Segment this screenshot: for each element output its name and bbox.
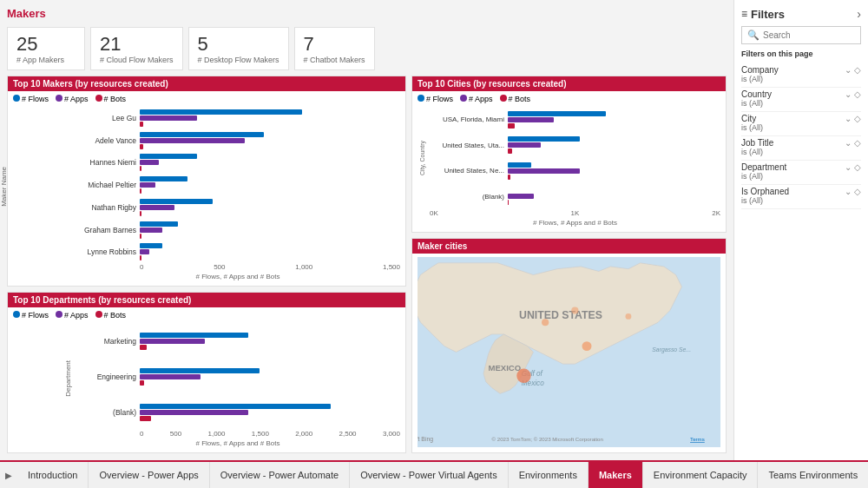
kpi-app-makers: 25 # App Makers: [7, 27, 85, 70]
table-row: Lee Gu: [76, 109, 400, 127]
svg-text:UNITED STATES: UNITED STATES: [519, 309, 602, 321]
kpi-flow-makers-label: # Cloud Flow Makers: [100, 56, 174, 64]
svg-text:MEXICO: MEXICO: [488, 363, 521, 373]
kpi-desktop-makers-value: 5: [198, 33, 279, 56]
nav-prev-arrow[interactable]: ▶: [0, 461, 17, 488]
filter-icon: ≡: [741, 8, 747, 20]
kpi-desktop-makers-label: # Desktop Flow Makers: [198, 56, 279, 64]
bottom-nav: ▶ IntroductionOverview - Power AppsOverv…: [0, 460, 868, 488]
filter-item[interactable]: Is Orphaned ⌄ ◇ is (All): [741, 187, 861, 209]
top-makers-chart: Top 10 Makers (by resources created) # F…: [7, 76, 406, 287]
kpi-flow-makers-value: 21: [100, 33, 174, 56]
svg-point-8: [582, 341, 592, 351]
cities-legend: # Flows # Apps # Bots: [418, 95, 720, 103]
dept-axis-y-label: Department: [64, 360, 72, 397]
filter-chevron-icon[interactable]: ⌄: [845, 187, 852, 196]
filter-clear-icon[interactable]: ◇: [854, 162, 861, 172]
svg-point-12: [516, 369, 530, 383]
svg-text:Sargasso Se...: Sargasso Se...: [652, 347, 691, 354]
cities-axis-label: # Flows, # Apps and # Bots: [430, 219, 720, 227]
kpi-chatbot-makers-label: # Chatbot Makers: [304, 56, 365, 64]
filters-header: ≡ Filters ›: [741, 7, 861, 21]
top-makers-title: Top 10 Makers (by resources created): [8, 76, 405, 91]
nav-tab-introduction[interactable]: Introduction: [17, 461, 89, 488]
filters-section-title: Filters on this page: [741, 49, 861, 58]
table-row: Michael Peltier: [76, 176, 400, 194]
table-row: United States, Ne...: [426, 162, 720, 180]
svg-point-11: [625, 313, 631, 320]
filter-chevron-icon[interactable]: ⌄: [845, 65, 852, 75]
table-row: Graham Barnes: [76, 221, 400, 239]
table-row: United States, Uta...: [426, 136, 720, 154]
filter-chevron-icon[interactable]: ⌄: [845, 89, 852, 99]
filter-item[interactable]: City ⌄ ◇ is (All): [741, 114, 861, 136]
filter-clear-icon[interactable]: ◇: [854, 65, 861, 75]
svg-text:Microsoft Bing: Microsoft Bing: [418, 436, 433, 443]
filter-search-box[interactable]: 🔍: [741, 26, 861, 44]
maker-cities-title: Maker cities: [412, 239, 726, 254]
top-cities-chart: Top 10 Cities (by resources created) # F…: [411, 76, 727, 233]
svg-point-10: [571, 307, 578, 314]
filter-item[interactable]: Country ⌄ ◇ is (All): [741, 89, 861, 112]
kpi-chatbot-makers: 7 # Chatbot Makers: [294, 27, 375, 70]
filters-panel: ≡ Filters › 🔍 Filters on this page Compa…: [733, 0, 868, 460]
nav-tab-environment-capacity[interactable]: Environment Capacity: [643, 461, 759, 488]
kpi-desktop-makers: 5 # Desktop Flow Makers: [188, 27, 289, 70]
top-depts-chart: Top 10 Departments (by resources created…: [7, 292, 406, 453]
makers-axis-label: # Flows, # Apps and # Bots: [76, 273, 400, 280]
filter-item[interactable]: Department ⌄ ◇ is (All): [741, 162, 861, 185]
map: Gulf of Mexico Sargasso Se... MEXICO UNI…: [418, 257, 720, 447]
filters-expand-icon[interactable]: ›: [857, 7, 861, 21]
depts-legend: # Flows # Apps # Bots: [13, 311, 400, 320]
makers-legend: # Flows # Apps # Bots: [13, 95, 400, 103]
maker-cities-map: Maker cities Gulf of Mexico: [411, 238, 727, 453]
table-row: USA, Florida, Miami: [426, 111, 720, 129]
top-cities-title: Top 10 Cities (by resources created): [412, 76, 726, 91]
filter-search-input[interactable]: [763, 30, 855, 40]
search-icon: 🔍: [747, 30, 760, 41]
svg-text:Terms: Terms: [690, 436, 705, 442]
kpi-chatbot-makers-value: 7: [304, 33, 365, 56]
filter-chevron-icon[interactable]: ⌄: [845, 138, 852, 148]
filters-title: ≡ Filters: [741, 8, 785, 21]
filter-chevron-icon[interactable]: ⌄: [845, 162, 852, 172]
filter-chevron-icon[interactable]: ⌄: [845, 114, 852, 123]
nav-tab-environments[interactable]: Environments: [509, 461, 589, 488]
table-row: Adele Vance: [76, 132, 400, 149]
nav-tab-teams-environments[interactable]: Teams Environments: [758, 461, 868, 488]
depts-axis-label: # Flows, # Apps and # Bots: [76, 439, 400, 447]
table-row: Marketing: [76, 333, 400, 350]
table-row: Lynne Robbins: [76, 243, 400, 260]
svg-text:© 2023 TomTom; © 2023 Microsof: © 2023 TomTom; © 2023 Microsoft Corporat…: [492, 436, 604, 442]
nav-tab-makers[interactable]: Makers: [589, 461, 643, 488]
svg-point-9: [542, 319, 549, 326]
filter-item[interactable]: Job Title ⌄ ◇ is (All): [741, 138, 861, 161]
kpi-app-makers-value: 25: [16, 33, 76, 56]
nav-tab-overview---power-automate[interactable]: Overview - Power Automate: [210, 461, 350, 488]
nav-tab-overview---power-apps[interactable]: Overview - Power Apps: [89, 461, 209, 488]
table-row: Nathan Rigby: [76, 199, 400, 216]
filter-clear-icon[interactable]: ◇: [854, 138, 861, 148]
filter-clear-icon[interactable]: ◇: [854, 89, 861, 99]
filter-items-list: Company ⌄ ◇ is (All) Country ⌄ ◇ is (All…: [741, 65, 861, 211]
filter-item[interactable]: Company ⌄ ◇ is (All): [741, 65, 861, 88]
filter-clear-icon[interactable]: ◇: [854, 187, 861, 196]
table-row: Hannes Niemi: [76, 154, 400, 171]
kpi-row: 25 # App Makers 21 # Cloud Flow Makers 5…: [7, 27, 727, 70]
axis-y-label: Maker Name: [0, 167, 8, 207]
kpi-app-makers-label: # App Makers: [16, 56, 76, 64]
table-row: (Blank): [426, 188, 720, 205]
page-title: Makers: [7, 7, 727, 20]
kpi-flow-makers: 21 # Cloud Flow Makers: [90, 27, 183, 70]
nav-tab-overview---power-virtual-agents[interactable]: Overview - Power Virtual Agents: [350, 461, 509, 488]
filter-clear-icon[interactable]: ◇: [854, 114, 861, 123]
top-depts-title: Top 10 Departments (by resources created…: [8, 293, 405, 307]
table-row: (Blank): [76, 404, 400, 421]
table-row: Engineering: [76, 368, 400, 386]
